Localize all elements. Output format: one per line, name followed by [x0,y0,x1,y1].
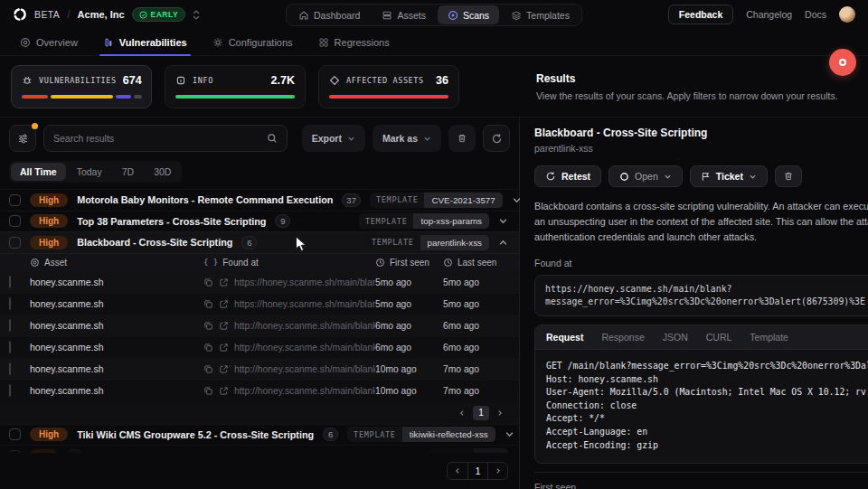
row-checkbox[interactable] [9,384,11,397]
first-seen-value: 10mo ago [375,364,443,374]
time-filter-7d[interactable]: 7D [113,163,143,181]
asset-name: honey.scanme.sh [30,298,203,309]
delete-result-button[interactable] [775,165,802,187]
nav-item-assets[interactable]: Assets [372,5,436,24]
feedback-button[interactable]: Feedback [668,5,733,24]
org-name[interactable]: Acme, Inc [78,9,125,20]
results-title: Results [536,72,838,85]
asset-name: honey.scanme.sh [30,277,203,287]
copy-icon[interactable] [203,343,213,353]
tab-vulnerabilities[interactable]: Vulnerabilities [92,29,198,55]
row-checkbox[interactable] [9,297,11,310]
tab-json[interactable]: JSON [663,332,688,343]
copy-icon[interactable] [203,277,213,287]
help-widget-button[interactable] [829,49,856,76]
row-checkbox[interactable] [9,215,21,227]
row-checkbox[interactable] [9,341,11,353]
prev-page-button[interactable] [448,463,467,479]
logo-icon[interactable] [13,7,27,22]
table-row[interactable]: honey.scanme.sh http://honey.scanme.sh/m… [0,336,519,358]
tab-regressions[interactable]: Regressions [307,29,401,55]
flag-icon [701,172,711,182]
time-filter-30d[interactable]: 30D [145,163,180,181]
filter-button[interactable] [9,125,36,152]
table-row[interactable]: honey.scanme.sh https://honey.scanme.sh/… [0,271,519,293]
user-avatar[interactable] [839,6,855,23]
page-number[interactable]: 1 [473,406,489,420]
results-table-body: honey.scanme.sh https://honey.scanme.sh/… [0,271,519,401]
external-link-icon[interactable] [219,277,229,287]
search-input[interactable] [53,133,259,144]
stat-card-vulnerabilities[interactable]: VULNERABILITIES 674 [11,65,152,108]
tab-request[interactable]: Request [546,332,583,343]
refresh-button[interactable] [483,125,510,152]
external-link-icon[interactable] [219,321,229,331]
found-at-url[interactable]: https://honey.scanme.sh/main/blank?m... [234,299,375,309]
tab-template[interactable]: Template [750,332,788,343]
found-at-url[interactable]: http://honey.scanme.sh/main/blank?me... [234,343,375,353]
tab-overview[interactable]: Overview [9,29,89,55]
row-checkbox[interactable] [9,276,11,288]
copy-icon[interactable] [203,364,213,374]
column-asset: Asset [30,258,203,268]
next-page-button[interactable] [487,463,507,479]
row-checkbox[interactable] [9,194,21,206]
found-at-url[interactable]: http://honey.scanme.sh/main/blank?me... [234,386,375,396]
vulnerability-row-expanded[interactable]: High Blackboard - Cross-Site Scripting 6… [0,231,519,253]
retest-button[interactable]: Retest [534,165,601,187]
page-number[interactable]: 1 [467,463,487,479]
changelog-link[interactable]: Changelog [746,9,792,20]
tab-curl[interactable]: CURL [706,332,732,343]
open-status-button[interactable]: Open [609,165,683,187]
found-at-url[interactable]: https://honey.scanme.sh/main/blank?m... [234,277,375,287]
found-at-url[interactable]: http://honey.scanme.sh/main/blank?me... [234,364,375,374]
chevron-down-icon[interactable] [498,216,508,226]
nav-item-templates[interactable]: Templates [501,5,580,24]
copy-icon[interactable] [203,321,213,331]
table-row[interactable]: honey.scanme.sh http://honey.scanme.sh/m… [0,358,519,380]
row-checkbox[interactable] [9,237,21,249]
external-link-icon[interactable] [219,343,229,353]
prev-page-button[interactable] [454,406,470,420]
stat-card-affected-assets[interactable]: AFFECTED ASSETS 36 [318,65,459,108]
time-filter-all-time[interactable]: All Time [11,163,66,181]
vulnerability-row[interactable]: High Motorola Baby Monitors - Remote Com… [0,189,519,211]
chevron-down-icon[interactable] [505,429,514,439]
export-button[interactable]: Export [302,125,365,152]
copy-icon[interactable] [203,386,213,396]
server-icon [382,10,392,21]
braces-icon: { } [203,258,218,267]
last-seen-value: 5mo ago [443,299,519,309]
table-row[interactable]: honey.scanme.sh https://honey.scanme.sh/… [0,293,519,315]
stat-value: 36 [436,74,448,87]
table-row[interactable]: honey.scanme.sh http://honey.scanme.sh/m… [0,380,519,401]
org-switcher-icon[interactable] [193,10,200,20]
stat-card-info[interactable]: INFO 2.7K [165,65,306,108]
external-link-icon[interactable] [219,364,229,374]
next-page-button[interactable] [492,406,508,420]
docs-link[interactable]: Docs [805,9,826,20]
delete-button[interactable] [448,125,476,152]
stat-label: INFO [193,76,213,85]
found-at-url[interactable]: http://honey.scanme.sh/main/blank?me... [234,321,375,331]
row-checkbox[interactable] [9,319,11,332]
tab-configurations[interactable]: Configurations [202,29,304,55]
copy-icon[interactable] [203,299,213,309]
ticket-button[interactable]: Ticket [690,165,768,187]
mark-as-button[interactable]: Mark as [373,125,441,152]
external-link-icon[interactable] [219,386,229,396]
tab-response[interactable]: Response [601,332,644,343]
table-row[interactable]: honey.scanme.sh http://honey.scanme.sh/m… [0,315,519,336]
row-checkbox[interactable] [9,362,11,375]
chevron-up-icon[interactable] [498,238,508,248]
vulnerability-row[interactable]: High Tiki Wiki CMS Groupware 5.2 - Cross… [0,424,519,446]
time-filter-today[interactable]: Today [68,163,111,181]
nav-item-scans[interactable]: Scans [438,5,499,24]
clock-icon [375,258,385,268]
severity-badge: High [30,428,68,441]
row-checkbox[interactable] [9,428,21,440]
vulnerability-row[interactable]: High Top 38 Parameters - Cross-Site Scri… [0,211,519,232]
external-link-icon[interactable] [219,299,229,309]
column-last-seen: Last seen [443,258,519,268]
nav-item-dashboard[interactable]: Dashboard [288,5,370,24]
